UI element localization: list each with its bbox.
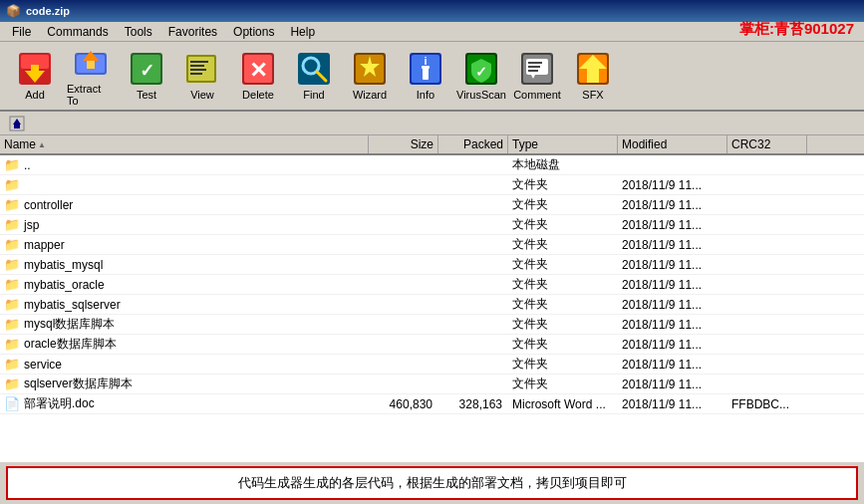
extract-to-button[interactable]: Extract To [64,46,118,106]
file-name: service [24,358,62,372]
menu-bar: File Commands Tools Favorites Options He… [0,22,864,42]
watermark-text: 掌柜:青苔901027 [739,20,854,39]
doc-icon: 📄 [4,396,20,411]
table-row[interactable]: 📁service文件夹2018/11/9 11... [0,355,864,375]
col-header-type[interactable]: Type [508,135,618,153]
comment-label: Comment [513,89,561,101]
notice-box: 代码生成器生成的各层代码，根据生成的部署文档，拷贝到项目即可 [6,466,858,500]
virusscan-icon: ✓ [463,51,499,87]
file-modified: 2018/11/9 11... [618,198,727,212]
virusscan-label: VirusScan [456,89,506,101]
svg-text:✕: ✕ [249,58,267,83]
file-type: 文件夹 [508,256,618,273]
folder-icon: 📁 [4,277,20,292]
file-type: 文件夹 [508,336,618,353]
file-name: controller [24,198,73,212]
svg-text:i: i [424,55,427,67]
wizard-label: Wizard [353,89,387,101]
file-modified: 2018/11/9 11... [618,238,727,252]
info-label: Info [417,89,434,101]
file-type: 文件夹 [508,376,618,392]
folder-icon: 📁 [4,317,20,332]
table-row[interactable]: 📄部署说明.doc460,830328,163Microsoft Word ..… [0,394,864,414]
file-modified: 2018/11/9 11... [618,318,727,332]
table-row[interactable]: 📁mybatis_sqlserver文件夹2018/11/9 11... [0,295,864,315]
test-icon: ✓ [129,51,164,87]
virusscan-button[interactable]: ✓ VirusScan [454,46,508,106]
nav-up-button[interactable] [6,114,28,133]
file-list-container[interactable]: Name ▲ Size Packed Type Modified CRC32 📁… [0,135,864,462]
col-header-name[interactable]: Name ▲ [0,135,369,153]
table-row[interactable]: 📁..本地磁盘 [0,155,864,175]
menu-options[interactable]: Options [225,23,282,41]
svg-rect-37 [528,62,542,64]
comment-icon [519,51,555,87]
table-row[interactable]: 📁controller文件夹2018/11/9 11... [0,195,864,215]
folder-icon: 📁 [4,217,20,232]
file-name: mybatis_oracle [24,278,105,292]
menu-commands[interactable]: Commands [39,23,116,41]
file-name: mysql数据库脚本 [24,316,115,333]
file-rows-container: 📁..本地磁盘📁文件夹2018/11/9 11...📁controller文件夹… [0,155,864,414]
info-button[interactable]: i Info [399,46,452,106]
table-row[interactable]: 📁mysql数据库脚本文件夹2018/11/9 11... [0,315,864,335]
sort-arrow-name: ▲ [38,140,46,149]
file-modified: 2018/11/9 11... [618,378,727,391]
file-modified: 2018/11/9 11... [618,338,727,352]
wizard-button[interactable]: Wizard [343,46,397,106]
file-type: 文件夹 [508,356,618,373]
main-content: Name ▲ Size Packed Type Modified CRC32 📁… [0,135,864,504]
col-header-modified[interactable]: Modified [618,135,727,153]
folder-icon: 📁 [4,177,20,192]
folder-icon: 📁 [4,357,20,372]
svg-rect-14 [190,65,204,67]
menu-tools[interactable]: Tools [117,23,160,41]
file-modified: 2018/11/9 11... [618,258,727,272]
file-modified: 2018/11/9 11... [618,298,727,312]
col-header-crc[interactable]: CRC32 [727,135,807,153]
folder-icon: 📁 [4,237,20,252]
table-row[interactable]: 📁mybatis_mysql文件夹2018/11/9 11... [0,255,864,275]
menu-file[interactable]: File [4,23,39,41]
sfx-label: SFX [582,89,603,101]
svg-text:✓: ✓ [475,64,487,80]
file-type: 文件夹 [508,236,618,253]
delete-label: Delete [242,89,274,101]
view-button[interactable]: View [175,46,229,106]
svg-rect-46 [14,125,20,128]
svg-rect-13 [190,61,208,63]
comment-button[interactable]: Comment [510,46,564,106]
file-type: 文件夹 [508,216,618,233]
find-button[interactable]: Find [287,46,341,106]
file-name: .. [24,158,31,172]
menu-favorites[interactable]: Favorites [160,23,225,41]
table-row[interactable]: 📁oracle数据库脚本文件夹2018/11/9 11... [0,335,864,355]
add-button[interactable]: Add [8,46,62,106]
svg-rect-30 [422,66,430,69]
toolbar: Add Extract To ✓ Test [0,42,864,112]
table-row[interactable]: 📁sqlserver数据库脚本文件夹2018/11/9 11... [0,375,864,394]
svg-rect-16 [190,73,202,75]
file-size: 460,830 [369,397,438,411]
test-button[interactable]: ✓ Test [120,46,173,106]
col-header-size[interactable]: Size [369,135,438,153]
table-row[interactable]: 📁文件夹2018/11/9 11... [0,175,864,195]
sfx-icon [575,51,611,87]
table-row[interactable]: 📁mapper文件夹2018/11/9 11... [0,235,864,255]
folder-icon: 📁 [4,297,20,312]
file-name: 部署说明.doc [24,395,95,412]
delete-button[interactable]: ✕ Delete [231,46,285,106]
folder-icon: 📁 [4,157,20,172]
file-name: mapper [24,238,65,252]
file-type: 文件夹 [508,176,618,193]
file-name: jsp [24,218,39,232]
file-name: oracle数据库脚本 [24,336,117,353]
add-icon [17,51,53,87]
sfx-button[interactable]: SFX [566,46,620,106]
col-header-packed[interactable]: Packed [438,135,508,153]
menu-help[interactable]: Help [282,23,323,41]
table-row[interactable]: 📁jsp文件夹2018/11/9 11... [0,215,864,235]
file-type: 本地磁盘 [508,156,618,173]
table-row[interactable]: 📁mybatis_oracle文件夹2018/11/9 11... [0,275,864,295]
file-modified: 2018/11/9 11... [618,358,727,372]
